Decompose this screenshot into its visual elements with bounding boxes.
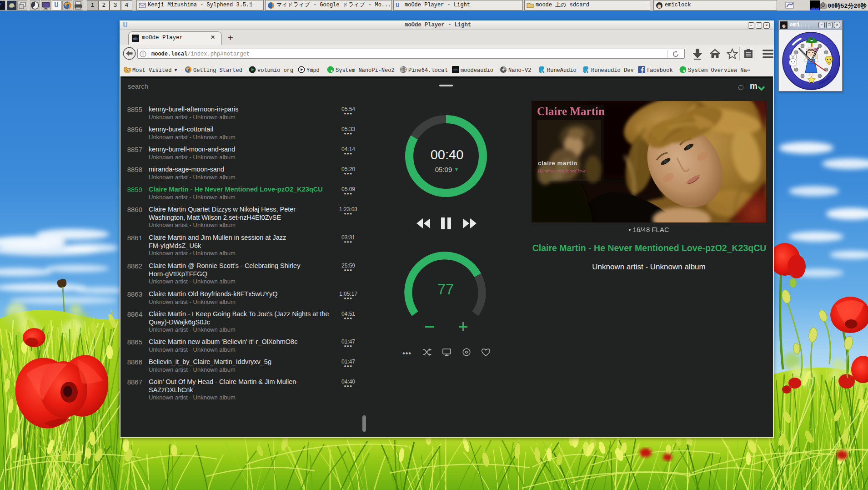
svg-text:mo: mo: [133, 37, 136, 40]
